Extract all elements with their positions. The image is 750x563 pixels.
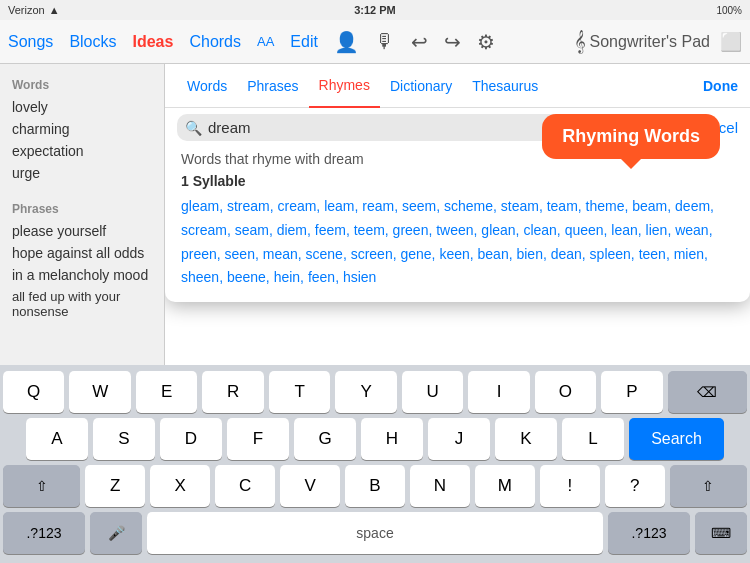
aa-button[interactable]: AA <box>257 34 274 49</box>
key-e[interactable]: E <box>136 371 197 413</box>
nav-ideas[interactable]: Ideas <box>133 33 174 51</box>
key-n[interactable]: N <box>410 465 470 507</box>
sidebar-word-expectation[interactable]: expectation <box>0 140 164 162</box>
done-button[interactable]: Done <box>703 78 738 94</box>
clock: 3:12 PM <box>354 4 396 16</box>
key-space[interactable]: space <box>147 512 603 554</box>
undo-icon[interactable]: ↩ <box>411 30 428 54</box>
app-logo-icon: 𝄞 <box>574 30 586 53</box>
key-q[interactable]: Q <box>3 371 64 413</box>
sidebar-word-charming[interactable]: charming <box>0 118 164 140</box>
key-numbers-left[interactable]: .?123 <box>3 512 85 554</box>
key-l[interactable]: L <box>562 418 624 460</box>
nav-songs[interactable]: Songs <box>8 33 53 51</box>
key-v[interactable]: V <box>280 465 340 507</box>
key-o[interactable]: O <box>535 371 596 413</box>
key-k[interactable]: K <box>495 418 557 460</box>
sidebar-phrase-2[interactable]: in a melancholy mood <box>0 264 164 286</box>
key-c[interactable]: C <box>215 465 275 507</box>
key-u[interactable]: U <box>402 371 463 413</box>
status-bar: Verizon ▲ 3:12 PM 100% <box>0 0 750 20</box>
key-y[interactable]: Y <box>335 371 396 413</box>
sidebar-phrases-label: Phrases <box>0 196 164 220</box>
syllable-heading: 1 Syllable <box>165 169 750 193</box>
sidebar-phrase-0[interactable]: please yourself <box>0 220 164 242</box>
keyboard-row-4: .?123 🎤 space .?123 ⌨ <box>3 512 747 554</box>
rhyme-popup: Words Phrases Rhymes Dictionary Thesauru… <box>165 64 750 302</box>
key-question[interactable]: ? <box>605 465 665 507</box>
mic-icon[interactable]: 🎙 <box>375 30 395 53</box>
top-nav: Songs Blocks Ideas Chords AA Edit 👤 🎙 ↩ … <box>0 20 750 64</box>
rhyming-words-tooltip: Rhyming Words <box>542 114 720 159</box>
key-r[interactable]: R <box>202 371 263 413</box>
popup-tabs: Words Phrases Rhymes Dictionary Thesauru… <box>165 64 750 108</box>
key-p[interactable]: P <box>601 371 662 413</box>
key-a[interactable]: A <box>26 418 88 460</box>
tab-rhymes[interactable]: Rhymes <box>309 64 380 108</box>
keyboard-row-3: ⇧ Z X C V B N M ! ? ⇧ <box>3 465 747 507</box>
key-g[interactable]: G <box>294 418 356 460</box>
nav-chords[interactable]: Chords <box>189 33 241 51</box>
key-backspace[interactable]: ⌫ <box>668 371 747 413</box>
key-d[interactable]: D <box>160 418 222 460</box>
search-glass-icon: 🔍 <box>185 120 202 136</box>
key-numbers-right[interactable]: .?123 <box>608 512 690 554</box>
key-shift[interactable]: ⇧ <box>3 465 80 507</box>
carrier-label: Verizon <box>8 4 45 16</box>
key-b[interactable]: B <box>345 465 405 507</box>
expand-icon[interactable]: ⬜ <box>720 31 742 53</box>
sidebar-phrase-1[interactable]: hope against all odds <box>0 242 164 264</box>
nav-blocks[interactable]: Blocks <box>69 33 116 51</box>
rhyme-words-list[interactable]: gleam, stream, cream, leam, ream, seem, … <box>165 193 750 292</box>
key-f[interactable]: F <box>227 418 289 460</box>
keyboard-row-2: A S D F G H J K L Search <box>3 418 747 460</box>
person-icon[interactable]: 👤 <box>334 30 359 54</box>
app-title: 𝄞 Songwriter's Pad <box>574 30 710 53</box>
sidebar-word-lovely[interactable]: lovely <box>0 96 164 118</box>
tab-phrases[interactable]: Phrases <box>237 64 308 108</box>
wifi-icon: ▲ <box>49 4 60 16</box>
key-h[interactable]: H <box>361 418 423 460</box>
key-s[interactable]: S <box>93 418 155 460</box>
search-button[interactable]: Search <box>629 418 724 460</box>
battery-label: 100% <box>716 5 742 16</box>
keyboard-row-1: Q W E R T Y U I O P ⌫ <box>3 371 747 413</box>
key-x[interactable]: X <box>150 465 210 507</box>
edit-button[interactable]: Edit <box>290 33 318 51</box>
key-j[interactable]: J <box>428 418 490 460</box>
tab-thesaurus[interactable]: Thesaurus <box>462 64 548 108</box>
key-w[interactable]: W <box>69 371 130 413</box>
settings-icon[interactable]: ⚙ <box>477 30 495 54</box>
key-exclaim[interactable]: ! <box>540 465 600 507</box>
key-z[interactable]: Z <box>85 465 145 507</box>
tab-dictionary[interactable]: Dictionary <box>380 64 462 108</box>
key-hide-keyboard[interactable]: ⌨ <box>695 512 747 554</box>
sidebar-words-label: Words <box>0 72 164 96</box>
key-shift-right[interactable]: ⇧ <box>670 465 747 507</box>
keyboard: Q W E R T Y U I O P ⌫ A S D F G H J K L … <box>0 365 750 563</box>
key-microphone[interactable]: 🎤 <box>90 512 142 554</box>
key-m[interactable]: M <box>475 465 535 507</box>
redo-icon[interactable]: ↪ <box>444 30 461 54</box>
tab-words[interactable]: Words <box>177 64 237 108</box>
key-t[interactable]: T <box>269 371 330 413</box>
sidebar-phrase-3[interactable]: all fed up with your nonsense <box>0 286 164 322</box>
key-i[interactable]: I <box>468 371 529 413</box>
sidebar-word-urge[interactable]: urge <box>0 162 164 184</box>
